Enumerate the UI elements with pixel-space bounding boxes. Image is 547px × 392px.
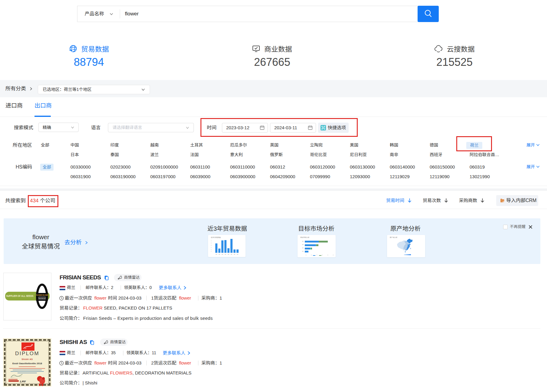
svg-text:FLOWER BLEND: FLOWER BLEND [36,294,48,296]
svg-text:EXPERTS: EXPERTS [39,297,45,299]
